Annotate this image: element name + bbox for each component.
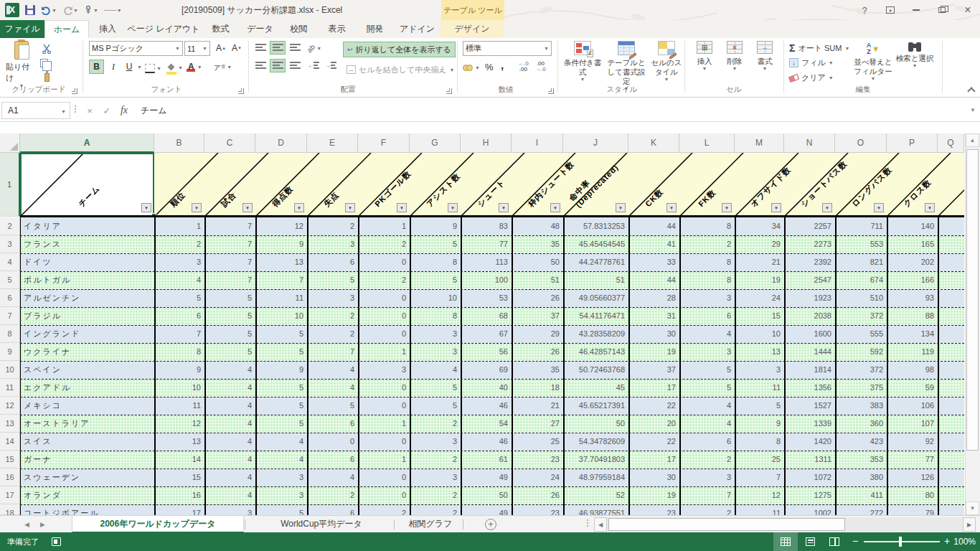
row-header-12[interactable]: 12 (0, 397, 20, 415)
grid-cell[interactable]: 1339 (784, 415, 835, 433)
grid-cell[interactable]: 35 (512, 235, 563, 253)
decrease-font-size-icon[interactable]: A▼ (230, 41, 244, 55)
grid-cell[interactable]: 29 (512, 325, 563, 343)
underline-dropdown-icon[interactable]: ▼ (137, 65, 142, 70)
grid-cell[interactable]: 2547 (784, 271, 835, 289)
column-header-F[interactable]: F (358, 133, 410, 153)
grid-cell[interactable]: 423 (835, 433, 887, 451)
grid-cell[interactable]: 2273 (784, 235, 835, 253)
grid-cell[interactable]: 0 (358, 397, 410, 415)
grid-cell[interactable]: 13 (255, 253, 307, 271)
grid-cell[interactable]: 2038 (784, 307, 835, 325)
row-header-7[interactable]: 7 (0, 307, 20, 325)
grid-cell[interactable]: 3 (410, 343, 461, 361)
help-icon[interactable]: ? (855, 2, 874, 18)
grid-cell[interactable]: 5 (255, 397, 307, 415)
grid-cell[interactable]: 2 (410, 486, 461, 504)
grid-cell[interactable]: 5 (410, 235, 461, 253)
grid-cell[interactable]: 2 (358, 271, 410, 289)
format-cells-button[interactable]: ↔ 書式 ▼ (750, 41, 779, 71)
grid-cell[interactable]: 6 (307, 504, 358, 515)
grid-cell[interactable]: 46 (461, 433, 512, 451)
grid-cell[interactable]: 3 (307, 289, 358, 307)
hscroll-right-icon[interactable]: ▶ (963, 517, 976, 532)
column-header-G[interactable]: G (410, 133, 461, 153)
sheet-nav-left-icon[interactable]: ◀ (24, 516, 29, 533)
column-header-A[interactable]: A (20, 133, 154, 153)
grid-cell[interactable]: 2 (307, 307, 358, 325)
grid-cell[interactable]: 29 (735, 235, 784, 253)
grid-cell[interactable]: 77 (887, 451, 938, 468)
filter-dropdown-icon[interactable]: ▼ (192, 203, 202, 212)
qat-customize-icon[interactable]: ⸺▼ (102, 2, 124, 18)
grid-cell[interactable]: 9 (735, 415, 784, 433)
grid-cell[interactable]: 10 (255, 307, 307, 325)
filter-dropdown-icon[interactable]: ▼ (397, 203, 407, 212)
undo-icon[interactable]: ▼ (39, 2, 59, 18)
grid-cell[interactable]: 17 (154, 504, 204, 515)
grid-cell[interactable]: 23 (512, 451, 563, 468)
grid-cell[interactable]: 21 (512, 397, 563, 415)
column-header-P[interactable]: P (887, 133, 938, 153)
grid-cell[interactable]: 11 (255, 289, 307, 307)
grid-cell[interactable]: 1814 (784, 361, 835, 379)
formula-input[interactable]: チーム (141, 102, 167, 119)
grid-cell[interactable]: 17 (628, 451, 679, 468)
align-right-icon[interactable] (287, 59, 303, 72)
grid-cell[interactable]: 5 (679, 361, 735, 379)
team-cell[interactable]: スイス (20, 433, 154, 451)
grid-cell[interactable]: 510 (835, 289, 887, 307)
filter-dropdown-icon[interactable]: ▼ (550, 203, 560, 212)
grid-cell[interactable]: 19 (628, 343, 679, 361)
grid-cell[interactable]: 21 (735, 253, 784, 271)
vertical-scrollbar-thumb[interactable] (966, 149, 979, 451)
row-header-16[interactable]: 16 (0, 468, 20, 486)
zoom-slider[interactable] (864, 541, 940, 542)
grid-cell[interactable]: 7 (679, 486, 735, 504)
grid-cell[interactable]: 14 (154, 451, 204, 468)
grid-cell[interactable]: 4 (307, 361, 358, 379)
grid-cell[interactable]: 49 (461, 468, 512, 486)
grid-cell[interactable]: 2 (679, 451, 735, 468)
filter-dropdown-icon[interactable]: ▼ (242, 203, 253, 212)
grid-cell[interactable]: 48 (512, 217, 563, 235)
grid-cell[interactable]: 6 (307, 451, 358, 468)
normal-view-icon[interactable] (773, 532, 798, 551)
grid-cell[interactable]: 54.41176471 (563, 307, 628, 325)
grid-cell[interactable]: 5 (204, 325, 255, 343)
grid-cell[interactable]: 10 (735, 325, 784, 343)
grid-cell[interactable]: 3 (154, 253, 204, 271)
grid-cell[interactable]: 2 (154, 235, 204, 253)
team-cell[interactable]: フランス (20, 235, 154, 253)
tab-開発[interactable]: 開発 (356, 20, 394, 38)
grid-cell[interactable]: 15 (735, 307, 784, 325)
macro-record-icon[interactable] (52, 537, 61, 546)
grid-cell[interactable]: 37 (512, 307, 563, 325)
team-cell[interactable]: ドイツ (20, 253, 154, 271)
grid-cell[interactable]: 8 (410, 253, 461, 271)
find-select-button[interactable]: 検索と選択 ▼ (895, 42, 934, 68)
number-dialog-launcher-icon[interactable] (548, 88, 554, 94)
grid-cell[interactable]: 69 (461, 361, 512, 379)
grid-cell[interactable]: 22 (628, 433, 679, 451)
tab-挿入[interactable]: 挿入 (89, 20, 126, 38)
grid-cell[interactable]: 19 (628, 486, 679, 504)
grid-cell[interactable]: 165 (887, 235, 938, 253)
touch-mode-icon[interactable]: ▼ (82, 2, 100, 18)
grid-cell[interactable]: 92 (887, 433, 938, 451)
grid-cell[interactable]: 44 (628, 217, 679, 235)
grid-cell[interactable]: 25 (512, 433, 563, 451)
grid-cell[interactable]: 27 (512, 415, 563, 433)
increase-decimal-icon[interactable]: ←.0.00 (518, 61, 529, 72)
grid-cell[interactable]: 107 (887, 415, 938, 433)
grid-cell[interactable]: 1002 (784, 504, 835, 515)
row-header-1[interactable]: 1 (0, 153, 20, 217)
column-header-Q[interactable]: Q (938, 133, 964, 153)
grid-cell[interactable]: 11 (735, 504, 784, 515)
column-header-B[interactable]: B (154, 133, 204, 153)
grid-cell[interactable]: 126 (887, 468, 938, 486)
grid-cell[interactable]: 3 (735, 361, 784, 379)
grid-cell[interactable]: 43.28358209 (563, 325, 628, 343)
scroll-down-icon[interactable]: ▼ (966, 501, 979, 515)
sort-filter-button[interactable]: AZ▼ 並べ替えとフィルター ▼ (852, 42, 894, 81)
